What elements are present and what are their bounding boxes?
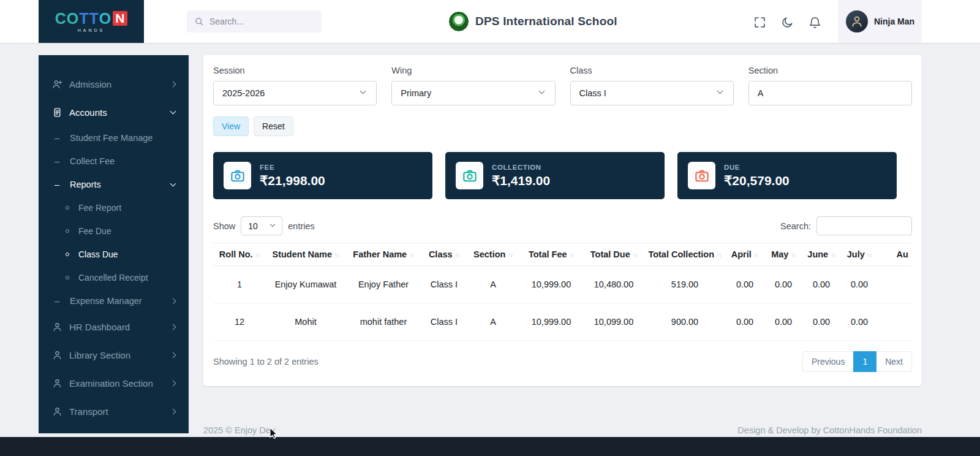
col-june[interactable]: June↑↓ bbox=[802, 243, 840, 266]
col-total-fee[interactable]: Total Fee↑↓ bbox=[519, 243, 583, 266]
table-row: 12 Mohit mohit father Class I A 10,999.0… bbox=[213, 303, 912, 341]
table-search-input[interactable] bbox=[816, 216, 912, 235]
user-icon bbox=[52, 378, 62, 389]
moon-icon[interactable] bbox=[779, 14, 795, 30]
section-input[interactable] bbox=[748, 81, 912, 105]
col-class[interactable]: Class↑↓ bbox=[421, 243, 467, 266]
sidebar-item-student-fee-manage[interactable]: Student Fee Manage bbox=[39, 126, 189, 150]
avatar bbox=[846, 10, 868, 32]
class-due-report-card: Session 2025-2026 Wing Primary Class Cla… bbox=[203, 55, 922, 386]
chevron-right-icon bbox=[170, 380, 176, 386]
chevron-down-icon bbox=[360, 88, 366, 94]
page-size-select[interactable]: 10 bbox=[241, 216, 282, 235]
bullet-icon bbox=[66, 276, 69, 279]
chevron-right-icon bbox=[170, 352, 176, 358]
bottom-bar bbox=[0, 437, 980, 456]
wing-select[interactable]: Primary bbox=[391, 81, 555, 105]
sort-icon: ↑↓ bbox=[508, 251, 513, 258]
bullet-icon bbox=[66, 206, 69, 210]
user-menu[interactable]: Ninja Man bbox=[838, 0, 922, 43]
reset-button[interactable]: Reset bbox=[254, 116, 293, 136]
chevron-down-icon bbox=[538, 88, 545, 94]
table-search-label: Search: bbox=[780, 221, 811, 231]
col-july[interactable]: July↑↓ bbox=[840, 243, 878, 266]
sidebar-item-expense-manager[interactable]: Expense Manager bbox=[39, 289, 189, 313]
chevron-down-icon bbox=[170, 108, 176, 115]
table-footer: Showing 1 to 2 of 2 entries Previous 1 N… bbox=[213, 351, 912, 372]
col-may[interactable]: May↑↓ bbox=[764, 243, 802, 266]
search-input[interactable] bbox=[209, 17, 314, 26]
bullet-icon bbox=[66, 253, 69, 256]
col-section[interactable]: Section↑↓ bbox=[467, 243, 519, 266]
table-controls: Show 10 entries Search: bbox=[213, 216, 912, 235]
user-icon bbox=[52, 350, 62, 360]
fee-value: ₹21,998.00 bbox=[260, 173, 325, 188]
fullscreen-icon[interactable] bbox=[752, 14, 767, 30]
sort-icon: ↑↓ bbox=[791, 251, 796, 258]
sidebar-item-reports[interactable]: Reports bbox=[39, 173, 189, 196]
bell-icon[interactable] bbox=[807, 14, 823, 30]
show-label: Show bbox=[213, 221, 235, 231]
footer-credit: Design & Develop by CottonHands Foundati… bbox=[737, 425, 922, 435]
sort-icon: ↑↓ bbox=[334, 251, 339, 258]
dash-icon bbox=[55, 133, 63, 143]
col-student-name[interactable]: Student Name↑↓ bbox=[266, 243, 345, 266]
sidebar-item-hr-dashboard[interactable]: HR Dashboard bbox=[39, 313, 189, 341]
session-label: Session bbox=[213, 66, 377, 75]
entries-info: Showing 1 to 2 of 2 entries bbox=[213, 357, 318, 367]
filters: Session 2025-2026 Wing Primary Class Cla… bbox=[213, 66, 912, 105]
sort-icon: ↑↓ bbox=[633, 251, 638, 258]
sidebar-item-admission[interactable]: Admission bbox=[39, 70, 189, 98]
class-label: Class bbox=[570, 66, 734, 75]
sidebar-item-fee-due[interactable]: Fee Due bbox=[39, 219, 189, 243]
col-total-due[interactable]: Total Due↑↓ bbox=[583, 243, 644, 266]
table-row: 1 Enjoy Kumawat Enjoy Father Class I A 1… bbox=[213, 266, 912, 303]
dash-icon bbox=[55, 180, 63, 189]
section-label: Section bbox=[748, 66, 912, 75]
chevron-right-icon bbox=[170, 298, 176, 304]
sidebar: Admission Accounts Student Fee Manage Co… bbox=[39, 55, 189, 433]
class-select[interactable]: Class I bbox=[570, 81, 734, 105]
collection-label: COLLECTION bbox=[492, 164, 550, 171]
chevron-right-icon bbox=[170, 408, 176, 414]
col-august[interactable]: Au↑↓ bbox=[878, 243, 912, 266]
table-header-row: Roll No.↑↓ Student Name↑↓ Father Name↑↓ … bbox=[213, 243, 912, 266]
sidebar-item-collect-fee[interactable]: Collect Fee bbox=[39, 150, 189, 173]
bullet-icon bbox=[66, 229, 69, 233]
col-roll-no[interactable]: Roll No.↑↓ bbox=[213, 243, 266, 266]
search-icon bbox=[194, 17, 204, 26]
sidebar-item-accounts[interactable]: Accounts bbox=[39, 98, 189, 126]
due-card: DUE ₹20,579.00 bbox=[677, 152, 897, 199]
sidebar-item-class-due[interactable]: Class Due bbox=[39, 243, 189, 266]
sidebar-item-transport[interactable]: Transport bbox=[39, 397, 189, 425]
collection-icon bbox=[456, 162, 483, 189]
sort-icon: ↑↓ bbox=[831, 251, 835, 258]
session-select[interactable]: 2025-2026 bbox=[213, 81, 377, 105]
sidebar-item-fee-report[interactable]: Fee Report bbox=[39, 196, 189, 219]
pagination-next[interactable]: Next bbox=[876, 351, 912, 372]
filter-actions: View Reset bbox=[213, 116, 912, 136]
col-april[interactable]: April↑↓ bbox=[725, 243, 764, 266]
filter-class: Class Class I bbox=[570, 66, 734, 105]
user-plus-icon bbox=[52, 79, 62, 89]
app-logo[interactable]: C O T T O N HANDS bbox=[39, 0, 144, 43]
col-total-collection[interactable]: Total Collection↑↓ bbox=[644, 243, 725, 266]
due-icon bbox=[688, 162, 715, 189]
col-father-name[interactable]: Father Name↑↓ bbox=[345, 243, 421, 266]
fee-card: FEE ₹21,998.00 bbox=[213, 152, 432, 199]
sort-icon: ↑↓ bbox=[455, 251, 460, 258]
sidebar-item-cancelled-receipt[interactable]: Cancelled Receipt bbox=[39, 266, 189, 289]
sidebar-item-library-section[interactable]: Library Section bbox=[39, 341, 189, 369]
pagination-previous[interactable]: Previous bbox=[802, 351, 854, 372]
fee-icon bbox=[224, 162, 251, 189]
fee-label: FEE bbox=[260, 164, 325, 171]
collection-value: ₹1,419.00 bbox=[492, 173, 550, 188]
dash-icon bbox=[55, 296, 63, 306]
header-search[interactable] bbox=[187, 10, 322, 32]
chevron-right-icon bbox=[170, 324, 176, 330]
app-logo-word: C O T T O N bbox=[55, 11, 128, 26]
pagination-page-1[interactable]: 1 bbox=[853, 351, 876, 372]
sidebar-item-examination-section[interactable]: Examination Section bbox=[39, 369, 189, 397]
view-button[interactable]: View bbox=[213, 116, 249, 136]
school-title: DPS International School bbox=[449, 0, 617, 43]
